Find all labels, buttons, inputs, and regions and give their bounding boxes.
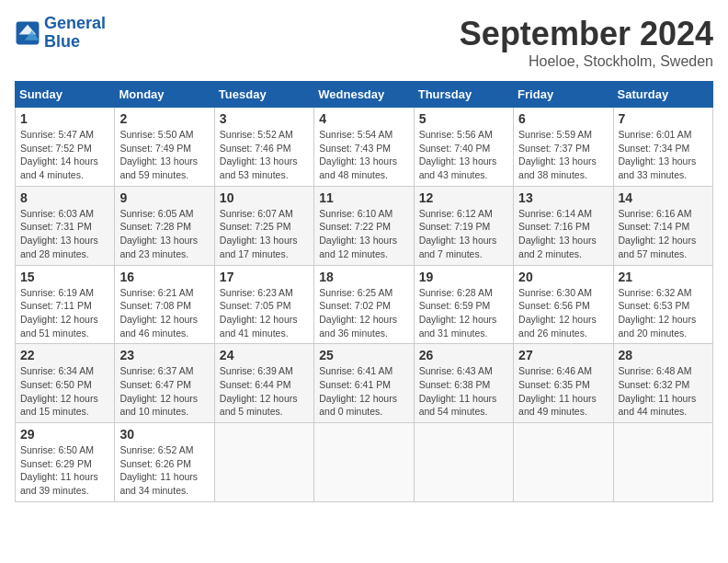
calendar-cell: 12Sunrise: 6:12 AMSunset: 7:19 PMDayligh… [414, 186, 513, 265]
calendar-cell: 9Sunrise: 6:05 AMSunset: 7:28 PMDaylight… [115, 186, 214, 265]
day-info: Sunrise: 5:52 AMSunset: 7:46 PMDaylight:… [220, 128, 309, 182]
day-number: 28 [619, 348, 708, 362]
day-info: Sunrise: 6:12 AMSunset: 7:19 PMDaylight:… [419, 207, 508, 261]
calendar-week-row: 1Sunrise: 5:47 AMSunset: 7:52 PMDaylight… [16, 108, 713, 187]
calendar-cell: 7Sunrise: 6:01 AMSunset: 7:34 PMDaylight… [613, 108, 712, 187]
day-info: Sunrise: 5:59 AMSunset: 7:37 PMDaylight:… [518, 128, 608, 182]
calendar-cell: 30Sunrise: 6:52 AMSunset: 6:26 PMDayligh… [115, 423, 214, 502]
calendar-week-row: 29Sunrise: 6:50 AMSunset: 6:29 PMDayligh… [16, 423, 713, 502]
day-info: Sunrise: 6:30 AMSunset: 6:56 PMDaylight:… [518, 286, 608, 340]
calendar-cell: 11Sunrise: 6:10 AMSunset: 7:22 PMDayligh… [314, 186, 414, 265]
day-info: Sunrise: 6:34 AMSunset: 6:50 PMDaylight:… [20, 364, 109, 419]
day-number: 30 [119, 427, 209, 442]
day-info: Sunrise: 6:23 AMSunset: 7:05 PMDaylight:… [220, 286, 309, 340]
page-header: General Blue September 2024 Hoeloe, Stoc… [15, 15, 713, 70]
day-number: 16 [119, 270, 209, 284]
calendar-week-row: 15Sunrise: 6:19 AMSunset: 7:11 PMDayligh… [16, 265, 713, 344]
calendar-cell: 28Sunrise: 6:48 AMSunset: 6:32 PMDayligh… [613, 344, 712, 423]
day-number: 13 [518, 190, 608, 205]
day-info: Sunrise: 6:25 AMSunset: 7:02 PMDaylight:… [319, 286, 408, 340]
calendar-cell [514, 423, 613, 502]
day-number: 4 [319, 111, 408, 126]
day-number: 5 [419, 111, 508, 126]
calendar-cell [314, 423, 414, 502]
day-number: 20 [518, 270, 608, 284]
day-info: Sunrise: 6:10 AMSunset: 7:22 PMDaylight:… [319, 207, 408, 261]
day-number: 19 [419, 270, 508, 284]
day-info: Sunrise: 6:21 AMSunset: 7:08 PMDaylight:… [119, 286, 209, 340]
calendar-cell: 21Sunrise: 6:32 AMSunset: 6:53 PMDayligh… [613, 265, 712, 344]
calendar-cell: 22Sunrise: 6:34 AMSunset: 6:50 PMDayligh… [16, 344, 115, 423]
calendar-cell: 24Sunrise: 6:39 AMSunset: 6:44 PMDayligh… [214, 344, 313, 423]
calendar-cell: 3Sunrise: 5:52 AMSunset: 7:46 PMDaylight… [214, 108, 313, 187]
calendar-cell: 25Sunrise: 6:41 AMSunset: 6:41 PMDayligh… [314, 344, 414, 423]
day-number: 6 [518, 111, 608, 126]
calendar-cell: 20Sunrise: 6:30 AMSunset: 6:56 PMDayligh… [514, 265, 613, 344]
calendar-cell: 23Sunrise: 6:37 AMSunset: 6:47 PMDayligh… [115, 344, 214, 423]
calendar-cell: 18Sunrise: 6:25 AMSunset: 7:02 PMDayligh… [314, 265, 414, 344]
calendar-cell: 27Sunrise: 6:46 AMSunset: 6:35 PMDayligh… [514, 344, 613, 423]
calendar-cell: 16Sunrise: 6:21 AMSunset: 7:08 PMDayligh… [115, 265, 214, 344]
weekday-header: Saturday [613, 82, 712, 108]
weekday-header: Monday [115, 82, 214, 108]
day-info: Sunrise: 6:01 AMSunset: 7:34 PMDaylight:… [619, 128, 708, 182]
day-info: Sunrise: 5:47 AMSunset: 7:52 PMDaylight:… [20, 128, 109, 182]
day-info: Sunrise: 6:43 AMSunset: 6:38 PMDaylight:… [419, 364, 508, 419]
day-number: 7 [619, 111, 708, 126]
weekday-header: Sunday [16, 82, 115, 108]
calendar-cell [214, 423, 313, 502]
day-number: 25 [319, 348, 408, 362]
day-info: Sunrise: 6:39 AMSunset: 6:44 PMDaylight:… [220, 364, 309, 419]
calendar-week-row: 8Sunrise: 6:03 AMSunset: 7:31 PMDaylight… [16, 186, 713, 265]
logo-icon [15, 20, 40, 46]
calendar-cell: 29Sunrise: 6:50 AMSunset: 6:29 PMDayligh… [16, 423, 115, 502]
day-info: Sunrise: 5:54 AMSunset: 7:43 PMDaylight:… [319, 128, 408, 182]
day-info: Sunrise: 6:14 AMSunset: 7:16 PMDaylight:… [518, 207, 608, 261]
calendar-cell: 26Sunrise: 6:43 AMSunset: 6:38 PMDayligh… [414, 344, 513, 423]
day-number: 27 [518, 348, 608, 362]
calendar-cell: 4Sunrise: 5:54 AMSunset: 7:43 PMDaylight… [314, 108, 414, 187]
day-info: Sunrise: 5:50 AMSunset: 7:49 PMDaylight:… [119, 128, 209, 182]
day-number: 24 [220, 348, 309, 362]
day-number: 10 [220, 190, 309, 205]
weekday-header: Friday [514, 82, 613, 108]
logo-line1: General [44, 14, 106, 32]
calendar-cell: 8Sunrise: 6:03 AMSunset: 7:31 PMDaylight… [16, 186, 115, 265]
day-number: 8 [20, 190, 109, 205]
location-title: Hoeloe, Stockholm, Sweden [460, 53, 713, 70]
month-title: September 2024 [460, 15, 713, 53]
day-number: 9 [119, 190, 209, 205]
day-number: 18 [319, 270, 408, 284]
day-info: Sunrise: 6:28 AMSunset: 6:59 PMDaylight:… [419, 286, 508, 340]
day-number: 14 [619, 190, 708, 205]
day-number: 12 [419, 190, 508, 205]
calendar-cell: 14Sunrise: 6:16 AMSunset: 7:14 PMDayligh… [613, 186, 712, 265]
calendar-cell: 17Sunrise: 6:23 AMSunset: 7:05 PMDayligh… [214, 265, 313, 344]
day-info: Sunrise: 6:48 AMSunset: 6:32 PMDaylight:… [619, 364, 708, 419]
calendar-cell [414, 423, 513, 502]
day-number: 23 [119, 348, 209, 362]
calendar-cell [613, 423, 712, 502]
day-info: Sunrise: 6:52 AMSunset: 6:26 PMDaylight:… [119, 443, 209, 498]
calendar-cell: 19Sunrise: 6:28 AMSunset: 6:59 PMDayligh… [414, 265, 513, 344]
day-number: 2 [119, 111, 209, 126]
logo: General Blue [15, 15, 106, 52]
logo-text: General Blue [44, 15, 106, 52]
day-number: 1 [20, 111, 109, 126]
day-info: Sunrise: 6:37 AMSunset: 6:47 PMDaylight:… [119, 364, 209, 419]
calendar-cell: 13Sunrise: 6:14 AMSunset: 7:16 PMDayligh… [514, 186, 613, 265]
weekday-header: Wednesday [314, 82, 414, 108]
day-number: 3 [220, 111, 309, 126]
day-info: Sunrise: 6:46 AMSunset: 6:35 PMDaylight:… [518, 364, 608, 419]
calendar-week-row: 22Sunrise: 6:34 AMSunset: 6:50 PMDayligh… [16, 344, 713, 423]
calendar-cell: 1Sunrise: 5:47 AMSunset: 7:52 PMDaylight… [16, 108, 115, 187]
day-info: Sunrise: 6:03 AMSunset: 7:31 PMDaylight:… [20, 207, 109, 261]
day-number: 15 [20, 270, 109, 284]
day-info: Sunrise: 6:07 AMSunset: 7:25 PMDaylight:… [220, 207, 309, 261]
day-number: 29 [20, 427, 109, 442]
day-number: 22 [20, 348, 109, 362]
day-info: Sunrise: 6:16 AMSunset: 7:14 PMDaylight:… [619, 207, 708, 261]
weekday-header: Thursday [414, 82, 513, 108]
weekday-header: Tuesday [214, 82, 313, 108]
day-info: Sunrise: 6:50 AMSunset: 6:29 PMDaylight:… [20, 443, 109, 498]
